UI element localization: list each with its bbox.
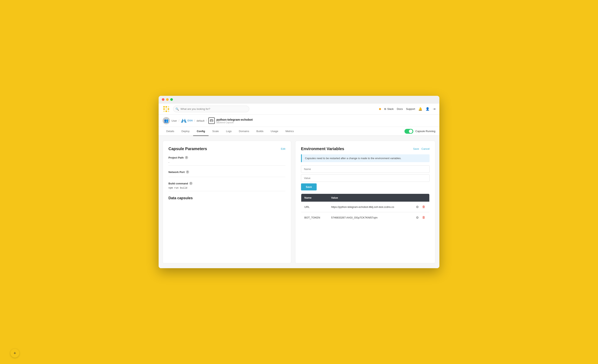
workspace-breadcrumb[interactable]: default [197, 119, 204, 122]
project-path-value: - [168, 161, 285, 166]
slack-link[interactable]: ⧉ Slack [384, 107, 394, 111]
build-command-label: Build command ? [168, 182, 285, 185]
notifications-icon[interactable]: 🔔 [418, 107, 422, 111]
project-path-field: Project Path ? - [168, 156, 285, 166]
card-header: Capsule Parameters Edit [168, 146, 285, 151]
search-icon: 🔍 [175, 107, 179, 111]
project-path-label: Project Path ? [168, 156, 285, 159]
network-port-field: Network Port ? [168, 170, 285, 177]
project-path-help-icon[interactable]: ? [185, 156, 188, 159]
titlebar [159, 96, 439, 103]
tab-deploy[interactable]: Deploy [178, 127, 193, 136]
col-name-header: Name [301, 194, 328, 202]
env-save-button[interactable]: Save [301, 183, 317, 190]
env-value-cell: 5746833267:AAGI_OGp7CK7KNI57ujm [328, 212, 412, 223]
build-command-value: npm run build [168, 187, 285, 191]
logout-icon[interactable]: ⇥ [433, 107, 435, 111]
env-title: Environment Variables [301, 146, 344, 151]
env-value-cell: https://python-telegram-echobot-itlklj.o… [328, 202, 412, 212]
ovh-logo-icon [181, 119, 186, 123]
slack-icon: ⧉ [384, 107, 386, 111]
breadcrumb-sep-1: / [178, 119, 179, 122]
tab-usage[interactable]: Usage [267, 127, 282, 136]
navbar: 🔍 ⧉ Slack Docs Support 🔔 👤 ⇥ [159, 103, 439, 115]
avatar: 👥 [163, 117, 170, 124]
env-delete-button[interactable]: 🗑 [421, 215, 426, 220]
tab-scale[interactable]: Scale [208, 127, 222, 136]
col-actions-header [412, 194, 430, 202]
tabbar: Details Deploy Config Scale Logs Domains… [159, 127, 439, 136]
env-info-banner: Capsules need to be restarted after a ch… [301, 154, 430, 162]
breadcrumb-sep-2: / [194, 119, 195, 122]
user-breadcrumb: User [171, 119, 177, 122]
main-content: Capsule Parameters Edit Project Path ? -… [159, 136, 439, 268]
table-row: URL https://python-telegram-echobot-itlk… [301, 202, 429, 212]
nav-right: ⧉ Slack Docs Support 🔔 👤 ⇥ [379, 107, 435, 111]
build-command-field: Build command ? npm run build [168, 182, 285, 191]
env-settings-button[interactable]: ⚙ [415, 215, 420, 220]
table-row: BOT_TOKEN 5746833267:AAGI_OGp7CK7KNI57uj… [301, 212, 429, 223]
maximize-button[interactable] [170, 98, 173, 101]
project-name: python-telegram-echobot [216, 118, 253, 121]
env-value-input[interactable] [301, 174, 430, 182]
env-header: Environment Variables Save Cancel [301, 146, 430, 151]
breadcrumb-sep-3: / [206, 119, 207, 122]
provider-badge: OVH [181, 119, 192, 123]
network-port-value [168, 175, 285, 177]
support-link[interactable]: Support [406, 107, 415, 110]
edit-link[interactable]: Edit [281, 147, 285, 150]
docs-link[interactable]: Docs [397, 107, 403, 110]
col-value-header: Value [328, 194, 412, 202]
tab-domains[interactable]: Domains [235, 127, 253, 136]
env-cancel-link[interactable]: Cancel [422, 147, 430, 150]
tab-config[interactable]: Config [193, 127, 208, 136]
fab-button[interactable]: + [10, 349, 19, 358]
tab-logs[interactable]: Logs [222, 127, 235, 136]
user-icon[interactable]: 👤 [425, 107, 430, 111]
close-button[interactable] [162, 98, 165, 101]
search-input[interactable] [173, 106, 249, 112]
project-subtitle: Backend Capsule [216, 121, 253, 124]
card-title: Capsule Parameters [168, 146, 207, 151]
tab-metrics[interactable]: Metrics [282, 127, 297, 136]
env-vars-table: Name Value URL https://python-telegram-e… [301, 194, 430, 223]
env-actions: Save Cancel [413, 147, 430, 150]
project-header: 👥 User / OVH / default / python-telegram… [159, 115, 439, 127]
minimize-button[interactable] [166, 98, 169, 101]
tab-details[interactable]: Details [163, 127, 178, 136]
capsule-params-card: Capsule Parameters Edit Project Path ? -… [163, 141, 291, 263]
env-save-link[interactable]: Save [413, 147, 419, 150]
env-name-cell: URL [301, 202, 328, 212]
env-delete-button[interactable]: 🗑 [421, 204, 426, 209]
env-vars-card: Environment Variables Save Cancel Capsul… [295, 141, 435, 263]
capsule-toggle[interactable] [405, 129, 413, 134]
project-info: python-telegram-echobot Backend Capsule [216, 118, 253, 124]
env-name-cell: BOT_TOKEN [301, 212, 328, 223]
tab-right: Capsule Running [405, 129, 435, 134]
network-port-help-icon[interactable]: ? [186, 170, 189, 174]
env-name-input[interactable] [301, 165, 430, 173]
project-icon [208, 117, 215, 124]
env-settings-button[interactable]: ⚙ [415, 204, 420, 209]
build-command-help-icon[interactable]: ? [189, 182, 192, 185]
network-port-label: Network Port ? [168, 170, 285, 174]
search-bar[interactable]: 🔍 [173, 106, 249, 112]
logo[interactable] [163, 105, 170, 113]
capsule-status-label: Capsule Running [415, 130, 435, 133]
tab-builds[interactable]: Builds [253, 127, 267, 136]
status-indicator [379, 108, 381, 110]
data-capsules-title: Data capsules [168, 196, 285, 200]
